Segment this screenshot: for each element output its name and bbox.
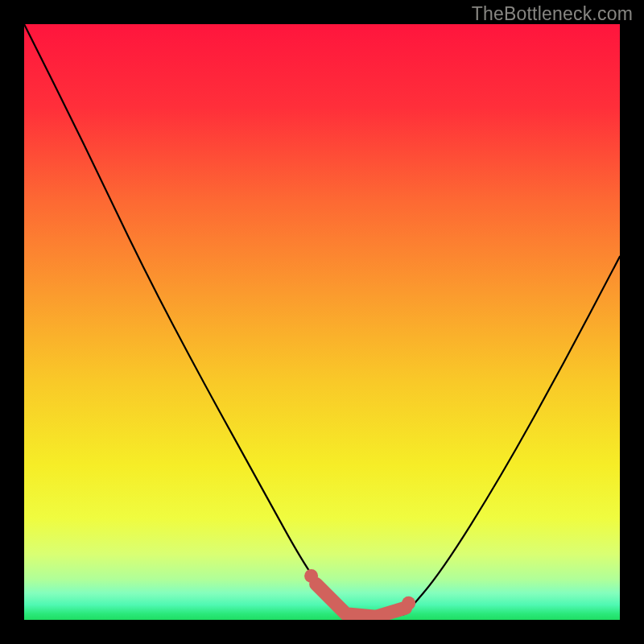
chart-frame: TheBottleneck.com bbox=[0, 0, 644, 644]
optimal-range-marker bbox=[316, 584, 406, 617]
watermark-text: TheBottleneck.com bbox=[472, 3, 633, 25]
bottleneck-curve bbox=[24, 24, 620, 620]
optimal-range-endcap bbox=[304, 569, 318, 583]
optimal-range-endcap bbox=[402, 597, 415, 610]
plot-area bbox=[24, 24, 620, 620]
